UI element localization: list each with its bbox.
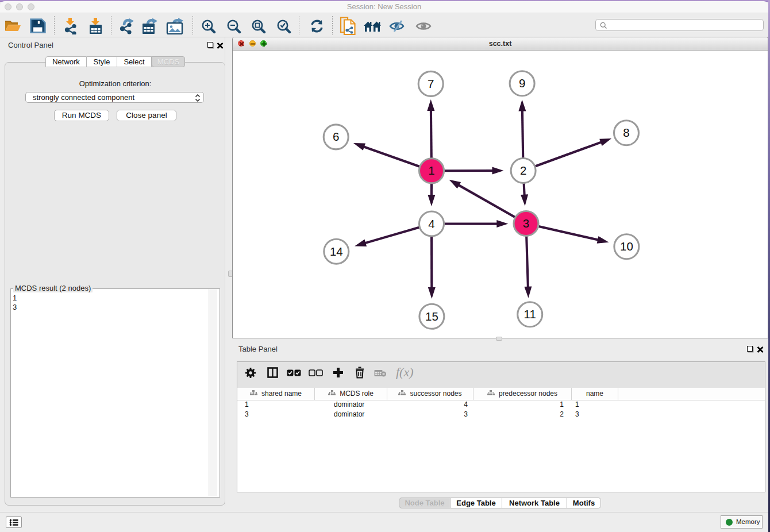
svg-text:3: 3 xyxy=(523,217,529,230)
svg-text:14: 14 xyxy=(330,245,343,258)
svg-text:11: 11 xyxy=(524,307,536,321)
svg-text:2: 2 xyxy=(520,164,526,177)
svg-text:9: 9 xyxy=(519,76,525,90)
svg-text:10: 10 xyxy=(620,240,633,253)
svg-text:4: 4 xyxy=(428,217,434,230)
svg-text:6: 6 xyxy=(333,130,339,143)
svg-text:1: 1 xyxy=(428,164,434,177)
svg-text:7: 7 xyxy=(428,77,434,90)
svg-text:15: 15 xyxy=(425,310,438,323)
svg-text:8: 8 xyxy=(623,126,629,139)
